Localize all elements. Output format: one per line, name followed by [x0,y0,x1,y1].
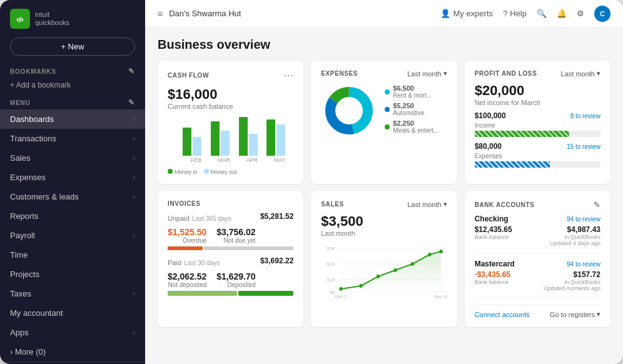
x-label-feb: FEB [191,157,202,163]
cash-flow-menu-icon[interactable]: ⋯ [283,69,293,81]
sales-sublabel: Last month [321,230,447,237]
hamburger-icon[interactable]: ≡ [158,9,163,19]
sidebar-item-accountant[interactable]: My accountant [0,303,145,323]
checking-review[interactable]: 94 to review [567,216,600,223]
chevron-right-icon: › [133,290,135,297]
company-name: Dan's Shwarma Hut [169,9,241,18]
pl-expenses-fill [475,161,550,168]
svg-text:$1K: $1K [327,277,336,283]
sidebar-item-label: Dashboards [10,114,54,124]
bar-may-in [266,119,275,156]
sidebar-item-label: › More (0) [10,347,46,356]
checking-bank-balance: $12,435.65 Bank balance [475,225,512,246]
sidebar-item-projects[interactable]: Projects [0,265,145,284]
mastercard-bank-balance: -$3,435.65 Bank balance [475,270,510,291]
pencil-icon[interactable]: ✎ [594,200,600,210]
sidebar-item-label: My accountant [10,308,63,318]
sidebar-item-reports[interactable]: Reports [0,206,145,226]
sidebar-item-label: Time [10,250,28,260]
pl-expenses-label: Expenses [475,153,600,159]
content-area: Business overview CASH FLOW ⋯ $16,000 Cu… [145,28,623,364]
chevron-right-icon: › [133,135,135,142]
not-due-amount: $3,756.02 Not due yet [216,227,255,244]
sidebar-item-dashboards[interactable]: Dashboards › [0,109,145,129]
chevron-right-icon: › [133,329,135,336]
chevron-right-icon: › [133,232,135,239]
expenses-donut-area: $6,500 Rent & mort... $5,250 Automotive [321,83,447,139]
auto-amount: $5,250 [393,102,424,109]
main-area: ≡ Dan's Shwarma Hut 👤 My experts ? Help … [145,0,623,364]
pl-expenses-row: $80,000 15 to review Expenses [475,142,600,168]
sidebar-item-label: Taxes [10,289,31,298]
logo-line2: quickbooks [35,19,69,27]
connect-accounts-link[interactable]: Connect accounts [475,311,530,318]
mastercard-review[interactable]: 94 to review [567,261,600,268]
bar-group-may [266,119,293,156]
legend-money-out: Money out [204,169,237,175]
pl-period[interactable]: Last month ▾ [561,69,600,78]
legend-item-auto: $5,250 Automotive [385,102,438,116]
sales-line-chart: $3K $2K $1K $0 [321,242,447,298]
sales-period[interactable]: Last month ▾ [407,200,447,208]
menu-edit-icon[interactable]: ✎ [128,98,135,107]
bar-group-mar [211,121,238,156]
pl-expenses-review[interactable]: 15 to review [567,143,600,150]
expenses-period[interactable]: Last month ▾ [407,69,447,78]
svg-text:Mar 31: Mar 31 [434,294,447,298]
go-to-registers-link[interactable]: Go to registers ▾ [550,310,600,318]
quickbooks-logo-icon: qb [10,9,30,29]
sidebar: qb intuit quickbooks + New BOOKMARKS ✎ +… [0,0,145,364]
cash-flow-sublabel: Current cash balance [168,103,293,110]
pl-income-review[interactable]: 8 to review [570,113,600,119]
chevron-right-icon: › [133,154,135,161]
chevron-down-icon: ▾ [597,310,600,318]
new-button[interactable]: + New [10,38,135,56]
search-icon[interactable]: 🔍 [537,9,547,18]
invoice-breakdown: $1,525.50 Overdue $3,756.02 Not due yet [168,227,293,244]
expenses-donut-chart [321,83,377,139]
my-experts-button[interactable]: 👤 My experts [440,9,493,18]
settings-icon[interactable]: ⚙ [577,9,584,18]
sidebar-item-transactions[interactable]: Transactions › [0,129,145,148]
svg-point-15 [360,284,363,288]
mastercard-qb-balance: $157.72 in QuickBooks Updated moments ag… [544,270,600,291]
svg-point-19 [428,253,431,256]
bar-apr-in [239,117,248,156]
overdue-bar [168,246,203,250]
legend-item-meals: $2,250 Meals & entert... [385,119,438,134]
overdue-amount: $1,525.50 Overdue [168,227,206,244]
pl-expenses-bar [475,161,600,168]
svg-text:Mar 2: Mar 2 [335,294,347,298]
dot-meals [385,124,390,129]
bank-accounts-title: BANK ACCOUNTS [475,201,535,208]
bar-group-apr [239,117,266,156]
sidebar-logo: qb intuit quickbooks [0,0,145,35]
add-bookmark[interactable]: + Add a bookmark [0,78,145,94]
sidebar-item-sales[interactable]: Sales › [0,148,145,168]
sidebar-item-taxes[interactable]: Taxes › [0,284,145,303]
bar-feb-out [193,137,201,156]
sidebar-item-label: Payroll [10,231,35,240]
chevron-down-icon: ▾ [597,69,600,78]
meals-label: Meals & entert... [393,127,438,134]
sidebar-item-time[interactable]: Time [0,245,145,265]
help-button[interactable]: ? Help [503,9,527,18]
expenses-card: EXPENSES Last month ▾ [311,61,457,184]
topbar: ≡ Dan's Shwarma Hut 👤 My experts ? Help … [145,0,623,28]
sidebar-item-apps[interactable]: Apps › [0,323,145,342]
sidebar-item-more[interactable]: › More (0) [0,342,145,361]
sales-title: SALES [321,201,343,208]
sidebar-item-expenses[interactable]: Expenses › [0,168,145,187]
bookmarks-edit-icon[interactable]: ✎ [128,67,135,76]
sidebar-item-payroll[interactable]: Payroll › [0,226,145,245]
menu-settings[interactable]: ⚙ Menu settings [0,361,145,364]
pl-net-income-label: Net income for March [475,99,600,106]
pl-income-label: Income [475,122,600,129]
paid-breakdown: $2,062.52 Not deposited $1,629.70 Deposi… [168,271,293,288]
invoices-title: INVOICES [168,200,201,207]
sidebar-item-customers[interactable]: Customers & leads › [0,187,145,206]
invoice-progress-bar [168,246,293,250]
avatar[interactable]: C [594,6,610,22]
unpaid-period: Last 365 days [192,215,231,222]
bell-icon[interactable]: 🔔 [557,9,567,18]
